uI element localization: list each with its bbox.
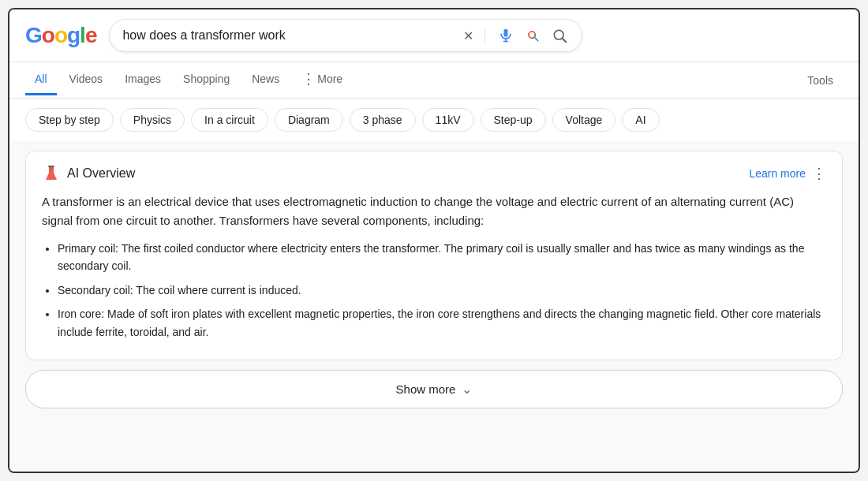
svg-rect-0: [504, 29, 508, 37]
def-secondary-coil-text: The coil where current is induced.: [136, 284, 301, 296]
lens-icon[interactable]: [523, 26, 542, 45]
svg-line-7: [563, 39, 567, 42]
term-primary-coil: Primary coil:: [58, 242, 118, 255]
chip-3-phase[interactable]: 3 phase: [350, 108, 416, 132]
nav-tabs: All Videos Images Shopping News ⋮ More T…: [9, 62, 859, 99]
tools-button[interactable]: Tools: [798, 66, 843, 95]
chip-step-by-step[interactable]: Step by step: [25, 108, 114, 132]
tab-all[interactable]: All: [25, 65, 57, 95]
mic-icon[interactable]: [496, 26, 515, 45]
search-bar[interactable]: how does a transformer work ✕: [109, 19, 582, 52]
list-item: Secondary coil: The coil where current i…: [58, 282, 826, 299]
chips-row: Step by step Physics In a circuit Diagra…: [9, 99, 859, 141]
tab-images[interactable]: Images: [115, 65, 170, 95]
main-content: AI Overview Learn more ⋮ A transformer i…: [9, 141, 859, 472]
chip-step-up[interactable]: Step-up: [481, 108, 546, 132]
divider: [485, 28, 485, 43]
search-input[interactable]: how does a transformer work: [122, 28, 463, 43]
browser-frame: Google how does a transformer work ✕: [8, 8, 860, 473]
svg-point-6: [555, 30, 564, 39]
ai-bullet-list: Primary coil: The first coiled conductor…: [42, 240, 826, 341]
chip-voltage[interactable]: Voltage: [552, 108, 616, 132]
tab-news[interactable]: News: [242, 65, 289, 95]
tab-videos[interactable]: Videos: [60, 65, 113, 95]
show-more-button[interactable]: Show more ⌄: [25, 370, 843, 408]
def-iron-core-text-partial: Made of soft iron plates with excellent …: [58, 308, 821, 337]
chip-physics[interactable]: Physics: [120, 108, 185, 132]
svg-rect-8: [48, 166, 54, 167]
def-primary-coil-text: The first coiled conductor where electri…: [58, 242, 804, 272]
list-item: Primary coil: The first coiled conductor…: [58, 240, 826, 275]
ai-actions: Learn more ⋮: [749, 165, 826, 182]
tab-shopping[interactable]: Shopping: [174, 65, 239, 95]
chip-11kv[interactable]: 11kV: [422, 108, 474, 132]
ai-overview-header: AI Overview Learn more ⋮: [42, 164, 826, 183]
search-submit-icon[interactable]: [550, 26, 569, 45]
ai-title-row: AI Overview: [42, 164, 135, 183]
search-icon-group: ✕: [463, 26, 569, 45]
google-logo: Google: [25, 23, 96, 48]
svg-line-5: [536, 38, 538, 40]
ai-summary: A transformer is an electrical device th…: [42, 192, 826, 230]
learn-more-link[interactable]: Learn more: [749, 167, 806, 180]
chip-ai[interactable]: AI: [622, 108, 659, 132]
tab-more[interactable]: ⋮ More: [292, 62, 352, 98]
chevron-down-icon: ⌄: [462, 382, 472, 397]
term-iron-core: Iron core:: [58, 308, 104, 320]
chip-in-a-circuit[interactable]: In a circuit: [191, 108, 268, 132]
ai-overview-title: AI Overview: [67, 166, 135, 181]
header: Google how does a transformer work ✕: [9, 9, 859, 62]
list-item: Iron core: Made of soft iron plates with…: [58, 305, 826, 341]
flask-icon: [42, 164, 61, 183]
more-options-icon[interactable]: ⋮: [812, 165, 826, 182]
chip-diagram[interactable]: Diagram: [275, 108, 343, 132]
clear-icon[interactable]: ✕: [463, 28, 473, 43]
ai-overview-card: AI Overview Learn more ⋮ A transformer i…: [25, 151, 843, 360]
term-secondary-coil: Secondary coil:: [58, 284, 133, 296]
show-more-label: Show more: [396, 382, 456, 396]
